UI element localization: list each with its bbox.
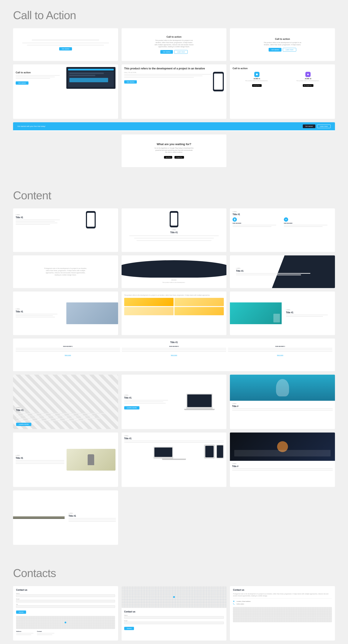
con-1-label-email: Email (16, 598, 115, 600)
con-1-field-name[interactable] (16, 594, 115, 597)
cnt-9-title: Title #1 (286, 311, 332, 314)
con-1-field-tel[interactable] (16, 605, 115, 608)
cnt-14-title: Title #1 (16, 457, 64, 459)
cta-banner-btn2[interactable]: Learn more (317, 124, 330, 128)
cta-5-btn[interactable]: Get started (124, 80, 137, 84)
cnt-11-btn[interactable]: LEARN MORE (16, 423, 31, 426)
cnt-10-title: Title #1 (16, 341, 332, 344)
cnt-13-title: Title # (232, 405, 333, 408)
cnt-9-tag: LABEL (286, 309, 332, 310)
cnt-1-tag: LABEL (16, 214, 64, 216)
content-section: Content LABEL Title #1 (0, 180, 348, 558)
content-person-underwater: LABEL Title # (230, 375, 335, 429)
cnt-2-tag: LABEL (172, 229, 176, 230)
call-to-action-section: Call to Action Get started Call to actio… (0, 0, 348, 180)
con-3-text: Protagonist color is the development of … (233, 593, 332, 597)
cta-waiting-googleplay[interactable]: Google Play (174, 156, 184, 158)
cnt-12-title: Title #1 (124, 397, 173, 399)
cta-2-btn1[interactable]: Get started (160, 50, 173, 54)
cnt-2-title: Title #1 (170, 231, 178, 234)
cnt-12-tag: LABEL (124, 394, 173, 396)
content-chair: BRAND This product refers to the develop… (122, 256, 227, 288)
con-3-title: Contact us (233, 589, 332, 591)
cnt-8-text: This product refers to the development o… (124, 294, 224, 296)
cnt-6-title: Title #1 (236, 270, 329, 272)
contact-form-map-1: Contact us Name Email Tel Submit (13, 586, 118, 640)
cnt-3-tag: LABEL (232, 211, 332, 212)
cta-1-btn[interactable]: Get started (59, 47, 72, 50)
con-1-field-email[interactable] (16, 600, 115, 602)
con-2-submit[interactable]: Submit (124, 627, 134, 630)
cnt-11-tag: LABEL (16, 407, 115, 408)
svg-point-2 (286, 219, 286, 220)
con-2-field-email[interactable] (124, 622, 224, 624)
cnt-14-tag: LABEL (16, 455, 64, 456)
con-1-submit[interactable]: Submit (16, 610, 26, 614)
cta-6-title: Call to action (232, 67, 332, 70)
cta-banner-text: Get started with your free trial today! (18, 125, 46, 127)
cta-6-text2: This product refers to the development..… (296, 80, 320, 82)
content-multi-device: LABEL Title #1 (122, 432, 227, 487)
cta-grid: Get started Call to action This product … (13, 28, 335, 167)
content-phone-center: LABEL Title #1 (122, 208, 227, 252)
con-2-field-name[interactable] (124, 616, 224, 619)
cta-waiting-card: What are you waiting for? Go to the AppS… (122, 134, 227, 167)
svg-point-0 (256, 74, 258, 75)
cta-card-3: Call to action This product refers to th… (230, 28, 335, 61)
con-2-label-email: Email (124, 620, 224, 621)
contacts-section-title: Contacts (13, 566, 335, 580)
contact-info-map: Contact us Protagonist color is the deve… (230, 586, 335, 640)
content-office-chair: LABEL Title #1 (13, 432, 118, 487)
con-3-location: Location, Street address (236, 601, 250, 602)
cta-section-title: Call to Action (13, 9, 335, 22)
contact-form-map-2: Contact us Name Email Submit (122, 586, 227, 640)
content-laptop-right: LABEL Title #1 LEARN MORE (122, 375, 227, 429)
cta-4-btn[interactable]: Get started (16, 81, 28, 85)
cta-2-text: This product refers to the development o… (154, 40, 194, 48)
cta-6-text1: This product refers to the development..… (245, 80, 268, 82)
content-teal-left: LABEL Title #1 (230, 292, 335, 335)
cnt-17-tag: LABEL (68, 512, 116, 514)
con-1-label-tel: Tel (16, 604, 115, 605)
cnt-11-title: Title #1 (16, 409, 115, 412)
cnt-15-tag: LABEL (124, 435, 224, 436)
content-grid: LABEL Title #1 LABEL Title #1 (13, 208, 335, 545)
cta-card-2: Call to action This product refers to th… (122, 28, 227, 61)
cta-waiting-appstore[interactable]: App Store (164, 156, 172, 158)
cta-card-5: This product refers to the development o… (122, 64, 227, 119)
cta-6-app1: ACME #1 (254, 78, 260, 80)
cta-2-btn2[interactable]: Learn more (174, 50, 188, 54)
con-2-label-name: Name (124, 615, 224, 616)
cta-6-app2: ACME #2 (305, 78, 311, 80)
learn-more-1[interactable]: learn more (65, 354, 71, 356)
cta-5-title: This product refers to the development o… (124, 67, 224, 70)
learn-more-3[interactable]: learn more (277, 354, 284, 356)
content-text-only: Protagonist color is the development of … (13, 256, 118, 288)
cta-banner: Get started with your free trial today! … (13, 122, 335, 130)
content-phone-left: LABEL Title #1 (13, 208, 118, 252)
svg-rect-1 (307, 74, 309, 75)
cta-3-text: This product refers to the development o… (263, 42, 302, 46)
cnt-4-text: Protagonist color is the development of … (44, 268, 87, 276)
cnt-12-btn[interactable]: LEARN MORE (124, 406, 140, 410)
learn-more-2[interactable]: learn more (171, 354, 177, 356)
content-yellow-grid: This product refers to the development o… (122, 292, 227, 335)
con-2-title: Contact us (124, 610, 224, 613)
cta-banner-card: Get started with your free trial today! … (13, 122, 335, 131)
app-store-btn-1[interactable]: ▶ App Store (252, 84, 262, 87)
con-3-call: Call to action (236, 603, 244, 604)
cta-banner-btn1[interactable]: Get started (303, 124, 316, 128)
con-1-title: Contact us (16, 589, 115, 591)
app-store-btn-2[interactable]: ▶ Google Play (303, 84, 314, 87)
cnt-13-tag: LABEL (232, 403, 333, 404)
cta-3-btn1[interactable]: Get started (268, 48, 282, 52)
cnt-7-tag: LABEL (16, 308, 62, 310)
cnt-1-title: Title #1 (16, 216, 64, 219)
cta-card-1: Get started (13, 28, 118, 61)
content-locker: LABEL Title #1 (13, 490, 118, 545)
cnt-5-text: This product refers to the development..… (162, 282, 186, 283)
cta-card-6: Call to action ACME #1 This product refe… (230, 64, 335, 119)
con-1-label-name: Name (16, 593, 115, 594)
content-road: LABEL Title #1 (230, 256, 335, 288)
cta-3-btn2[interactable]: Learn more (283, 48, 296, 52)
